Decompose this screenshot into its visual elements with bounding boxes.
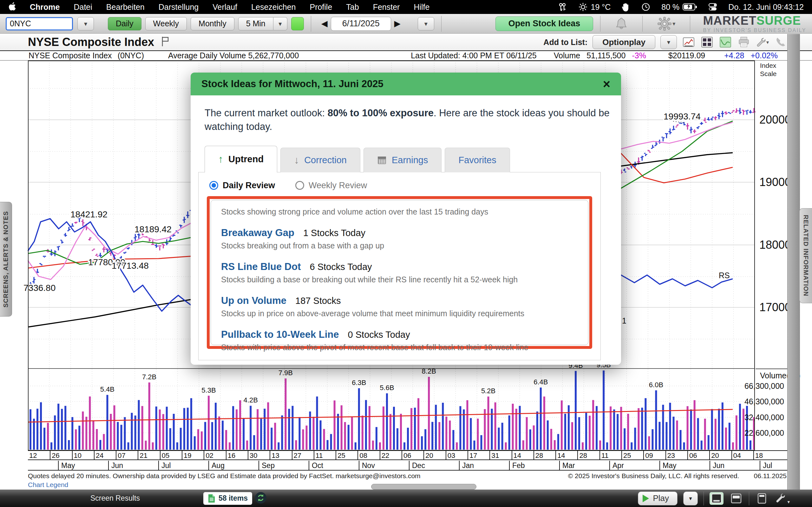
menu-item-hilfe[interactable]: Hilfe <box>414 3 429 12</box>
list-dropdown-button[interactable]: ▾ <box>660 35 677 49</box>
idea-name-link[interactable]: Up on Volume <box>221 295 287 306</box>
clock-label[interactable]: Do. 12. Juni 09:43:12 <box>728 3 804 12</box>
idea-description: Stocks breaking out from a base with a g… <box>221 241 578 250</box>
keys-icon[interactable] <box>558 2 567 12</box>
menu-item-darstellung[interactable]: Darstellung <box>159 3 199 12</box>
layout-vertical-icon[interactable] <box>755 492 769 505</box>
curve-tool-icon[interactable] <box>719 36 732 49</box>
menu-item-tab[interactable]: Tab <box>346 3 359 12</box>
tools-wrench-icon[interactable]: ▾ <box>756 36 769 49</box>
tab-correction[interactable]: ↓Correction <box>281 148 360 172</box>
quote-symbol: (0NYC) <box>118 51 144 60</box>
ticker-dropdown-button[interactable]: ▾ <box>78 17 94 31</box>
date-tick: 14 <box>555 451 577 459</box>
radio-weekly-review[interactable]: Weekly Review <box>295 181 367 190</box>
date-tick: 03 <box>446 451 467 459</box>
phone-icon[interactable] <box>774 36 787 49</box>
dialog-title: Stock Ideas for Mittwoch, 11. Juni 2025 <box>201 78 384 90</box>
statusbar-wrench-icon[interactable]: ▾ <box>774 492 790 505</box>
layout-single-icon[interactable] <box>710 492 723 505</box>
idea-name-link[interactable]: Pullback to 10-Week Line <box>221 329 339 340</box>
control-center-icon[interactable] <box>708 2 717 12</box>
layout-split-icon[interactable] <box>729 492 743 505</box>
interval-dropdown-button[interactable]: ▾ <box>273 17 287 31</box>
menu-item-profile[interactable]: Profile <box>310 3 332 12</box>
refresh-icon[interactable] <box>255 492 267 505</box>
print-icon[interactable] <box>737 36 751 49</box>
radio-label: Daily Review <box>223 181 275 190</box>
svg-text:18421.92: 18421.92 <box>70 210 107 219</box>
date-tick: 25 <box>621 451 643 459</box>
menu-item-datei[interactable]: Datei <box>73 3 92 12</box>
ticker-input[interactable] <box>6 17 73 31</box>
period-button-weekly[interactable]: Weekly <box>145 17 187 31</box>
idea-name-link[interactable]: RS Line Blue Dot <box>221 261 301 273</box>
date-prev-button[interactable]: ◀ <box>318 19 331 29</box>
idea-count: 6 Stocks Today <box>310 262 372 272</box>
horizontal-scrollbar[interactable] <box>371 484 476 490</box>
statusbar-wrench-caret: ▾ <box>787 499 790 504</box>
notifications-bell-icon[interactable] <box>607 17 635 31</box>
idea-name-link[interactable]: Breakaway Gap <box>221 227 294 239</box>
time-machine-icon[interactable] <box>641 2 651 12</box>
period-button-daily[interactable]: Daily <box>108 17 142 31</box>
apple-menu-icon[interactable] <box>8 2 19 12</box>
menu-item-chrome[interactable]: Chrome <box>30 3 60 12</box>
menu-item-verlauf[interactable]: Verlauf <box>212 3 237 12</box>
date-dropdown-button[interactable]: ▾ <box>418 17 434 31</box>
radio-daily-review[interactable]: Daily Review <box>209 181 275 190</box>
interval-button[interactable]: 5 Min <box>238 17 273 31</box>
month-tick: Jul <box>760 461 787 470</box>
screens-alerts-notes-tab[interactable]: SCREENS, ALERTS & NOTES <box>0 202 12 317</box>
right-scroll-strip[interactable] <box>787 34 800 490</box>
index-scale-label: Index <box>760 62 776 69</box>
idea-up-on-volume: Up on Volume187 StocksStocks up in price… <box>221 295 578 318</box>
month-tick: Jun <box>108 461 158 470</box>
related-information-tab[interactable]: RELATED INFORMATION <box>799 208 812 303</box>
date-input[interactable] <box>331 17 391 31</box>
date-tick: 16 <box>226 451 248 459</box>
menu-item-bearbeiten[interactable]: Bearbeiten <box>106 3 145 12</box>
date-tick: 25 <box>336 451 357 459</box>
battery-item[interactable]: 80 % <box>661 3 697 12</box>
date-tick: 24 <box>94 451 116 459</box>
menu-item-fenster[interactable]: Fenster <box>373 3 400 12</box>
volume-tick-label: 22,600,000 <box>745 429 784 438</box>
date-tick: 11 <box>314 451 336 459</box>
open-stock-ideas-button[interactable]: Open Stock Ideas <box>496 16 594 31</box>
hand-gesture-icon[interactable] <box>621 2 630 12</box>
play-options-button[interactable]: ▾ <box>683 492 698 505</box>
menu-item-lesezeichen[interactable]: Lesezeichen <box>251 3 296 12</box>
idea-count: 0 Stocks Today <box>348 330 410 340</box>
date-tick: 20 <box>423 451 445 459</box>
play-icon <box>643 495 649 502</box>
month-tick: May <box>58 461 108 470</box>
volume-tick-label: 46,300,000 <box>745 397 784 406</box>
date-tick: 30 <box>248 451 270 459</box>
uptrend-tab-panel: Daily ReviewWeekly Review Stocks showing… <box>198 172 601 360</box>
optionplay-list-button[interactable]: Optionplay <box>593 35 655 49</box>
chart-view-icon[interactable] <box>682 36 695 49</box>
close-icon[interactable]: × <box>603 78 610 90</box>
grid-view-icon[interactable] <box>700 36 714 49</box>
period-button-monthly[interactable]: Monthly <box>191 17 235 31</box>
settings-gear-icon[interactable]: ▾ <box>650 16 683 31</box>
status-bar: Screen Results 58 items Play ▾ <box>0 490 812 507</box>
screen-results-tab[interactable]: Screen Results <box>90 494 140 503</box>
tab-label: Favorites <box>458 155 496 165</box>
weather-item[interactable]: 19 °C <box>578 2 611 12</box>
price-change: +4.28 <box>724 51 744 60</box>
quote-status-button[interactable] <box>291 17 304 31</box>
svg-text:RS: RS <box>719 271 730 280</box>
flag-icon[interactable] <box>161 36 169 48</box>
chart-legend-link[interactable]: Chart Legend <box>28 481 68 489</box>
items-count-box[interactable]: 58 items <box>203 492 252 505</box>
date-tick: 21 <box>138 451 159 459</box>
month-tick: Nov <box>359 461 409 470</box>
tab-favorites[interactable]: Favorites <box>445 148 510 172</box>
tab-uptrend[interactable]: ↑Uptrend <box>205 146 277 172</box>
tab-earnings[interactable]: Earnings <box>363 148 442 172</box>
stock-ideas-dialog: Stock Ideas for Mittwoch, 11. Juni 2025 … <box>191 72 621 365</box>
date-next-button[interactable]: ▶ <box>391 19 404 29</box>
play-button[interactable]: Play <box>638 492 677 505</box>
